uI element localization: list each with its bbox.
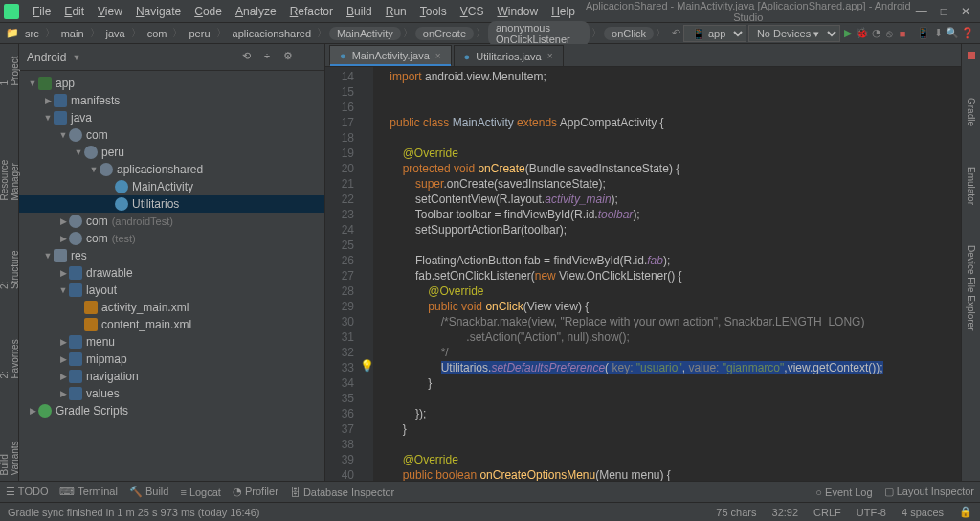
menu-view[interactable]: View: [92, 3, 128, 20]
crumb-onCreate[interactable]: onCreate: [415, 27, 474, 40]
code-text[interactable]: import android.view.MenuItem; public cla…: [373, 67, 961, 481]
crumb-aplicacionshared[interactable]: aplicacionshared: [229, 27, 316, 40]
collapse-icon[interactable]: ÷: [259, 50, 275, 65]
tree-node-values[interactable]: ▶values: [19, 385, 324, 402]
settings-icon[interactable]: ⚙: [280, 50, 296, 65]
close-tab-icon[interactable]: ×: [435, 51, 441, 61]
tool-tab-emulator[interactable]: Emulator: [964, 161, 978, 211]
crumb-MainActivity[interactable]: MainActivity: [329, 27, 401, 40]
avd-icon[interactable]: 📱: [917, 25, 930, 42]
hide-panel-icon[interactable]: —: [301, 50, 317, 65]
tool-tab-gradle[interactable]: Gradle: [964, 92, 978, 132]
code-editor[interactable]: 1415161718192021222324252627282930313233…: [325, 67, 961, 481]
crumb-java[interactable]: java: [102, 27, 129, 40]
menu-run[interactable]: Run: [380, 3, 412, 20]
stop-icon[interactable]: ■: [897, 25, 908, 42]
tree-node-content-main-xml[interactable]: content_main.xml: [19, 316, 324, 333]
tree-node-java[interactable]: ▼java: [19, 109, 324, 126]
bottom-tab-profiler[interactable]: ◔ Profiler: [233, 486, 278, 498]
attach-icon[interactable]: ⎋: [883, 25, 895, 42]
tree-node-manifests[interactable]: ▶manifests: [19, 92, 324, 109]
bottom-tab-build[interactable]: 🔨 Build: [129, 486, 169, 498]
tree-node-drawable[interactable]: ▶drawable: [19, 264, 324, 282]
status-lock-icon[interactable]: 🔒: [959, 506, 972, 518]
menu-window[interactable]: Window: [491, 3, 544, 20]
crumb-src[interactable]: src: [21, 27, 43, 40]
tree-node-menu[interactable]: ▶menu: [19, 333, 324, 351]
tool-tab----structure[interactable]: 2: Structure: [0, 244, 22, 295]
status-bar: Gradle sync finished in 1 m 25 s 973 ms …: [0, 502, 980, 521]
left-tool-strip: 1: ProjectResource Manager2: Structure2:…: [0, 44, 19, 481]
close-icon[interactable]: ✕: [961, 5, 970, 18]
profile-icon[interactable]: ◔: [871, 25, 882, 42]
crumb-main[interactable]: main: [57, 27, 88, 40]
menu-vcs[interactable]: VCS: [455, 3, 490, 20]
tool-tab-device-file-explorer[interactable]: Device File Explorer: [964, 239, 978, 336]
menu-build[interactable]: Build: [341, 3, 378, 20]
tree-node-peru[interactable]: ▼peru: [19, 144, 324, 161]
menu-analyze[interactable]: Analyze: [230, 3, 282, 20]
status-chars: 75 chars: [716, 507, 756, 518]
crumb-com[interactable]: com: [144, 27, 171, 40]
tool-tab-resource-manager[interactable]: Resource Manager: [0, 130, 22, 207]
nav-up-icon[interactable]: 📁: [6, 25, 19, 42]
sync-icon[interactable]: ⟲: [238, 50, 254, 65]
tree-node-activity-main-xml[interactable]: activity_main.xml: [19, 299, 324, 316]
tool-tab----favorites[interactable]: 2: Favorites: [0, 333, 22, 384]
debug-icon[interactable]: 🐞: [856, 25, 869, 42]
tree-node-gradle-scripts[interactable]: ▶Gradle Scripts: [19, 402, 324, 419]
bottom-tab-layout-inspector[interactable]: ▢ Layout Inspector: [884, 486, 974, 498]
run-icon[interactable]: ▶: [842, 25, 854, 42]
status-line-sep[interactable]: CRLF: [813, 507, 841, 518]
project-view-selector[interactable]: Android: [27, 51, 66, 64]
gutter-marks: 💡: [360, 67, 373, 481]
menu-help[interactable]: Help: [546, 3, 581, 20]
tree-node-layout[interactable]: ▼layout: [19, 282, 324, 299]
tree-node-com[interactable]: ▼com: [19, 126, 324, 144]
status-caret-pos[interactable]: 32:92: [772, 507, 799, 518]
close-tab-icon[interactable]: ×: [547, 51, 553, 61]
bottom-tab-logcat[interactable]: ≡ Logcat: [180, 487, 221, 498]
status-message: Gradle sync finished in 1 m 25 s 973 ms …: [8, 507, 260, 518]
tree-node-mainactivity[interactable]: MainActivity: [19, 178, 324, 195]
menu-file[interactable]: File: [27, 3, 56, 20]
status-encoding[interactable]: UTF-8: [857, 507, 886, 518]
search-icon[interactable]: 🔍: [946, 25, 959, 42]
tree-node-mipmap[interactable]: ▶mipmap: [19, 351, 324, 368]
tool-tab-build-variants[interactable]: Build Variants: [0, 423, 22, 481]
sdk-icon[interactable]: ⬇: [932, 25, 944, 42]
tree-node-app[interactable]: ▼app: [19, 75, 324, 92]
tree-node-com[interactable]: ▶com(androidTest): [19, 213, 324, 230]
back-icon[interactable]: ↶: [670, 25, 681, 42]
breadcrumb-bar: 📁src〉main〉java〉com〉peru〉aplicacionshared…: [0, 23, 980, 44]
menu-navigate[interactable]: Navigate: [130, 3, 187, 20]
bottom-tab-terminal[interactable]: ⌨ Terminal: [59, 486, 117, 498]
tree-node-com[interactable]: ▶com(test): [19, 230, 324, 247]
menubar: FileEditViewNavigateCodeAnalyzeRefactorB…: [27, 3, 581, 20]
menu-tools[interactable]: Tools: [414, 3, 453, 20]
editor-tab-Utilitarios.java[interactable]: ●Utilitarios.java×: [454, 45, 564, 66]
crumb-onClick[interactable]: onClick: [604, 27, 654, 40]
crumb-anonymous OnClickListener[interactable]: anonymous OnClickListener: [488, 21, 590, 46]
crumb-peru[interactable]: peru: [185, 27, 213, 40]
tool-tab----project[interactable]: 1: Project: [0, 48, 22, 92]
tree-node-res[interactable]: ▼res: [19, 247, 324, 264]
project-tree[interactable]: ▼app▶manifests▼java▼com▼peru▼aplicacions…: [19, 71, 324, 481]
device-selector[interactable]: No Devices ▾: [748, 25, 840, 42]
tree-node-utilitarios[interactable]: Utilitarios: [19, 195, 324, 213]
menu-edit[interactable]: Edit: [58, 3, 90, 20]
tree-node-aplicacionshared[interactable]: ▼aplicacionshared: [19, 161, 324, 178]
bottom-tab-todo[interactable]: ☰ TODO: [6, 486, 48, 498]
bottom-tab-database-inspector[interactable]: 🗄 Database Inspector: [290, 487, 394, 498]
minimize-icon[interactable]: —: [916, 5, 927, 18]
tree-node-navigation[interactable]: ▶navigation: [19, 368, 324, 385]
status-indent[interactable]: 4 spaces: [902, 507, 944, 518]
bottom-tab-event-log[interactable]: ○ Event Log: [815, 487, 872, 498]
editor-tab-MainActivity.java[interactable]: ●MainActivity.java×: [329, 45, 452, 66]
maximize-icon[interactable]: □: [941, 5, 947, 18]
menu-refactor[interactable]: Refactor: [284, 3, 339, 20]
help-icon[interactable]: ❓: [961, 25, 974, 42]
run-config-selector[interactable]: 📱 app: [683, 25, 746, 42]
menu-code[interactable]: Code: [189, 3, 228, 20]
window-title: AplicacionShared - MainActivity.java [Ap…: [581, 0, 916, 23]
